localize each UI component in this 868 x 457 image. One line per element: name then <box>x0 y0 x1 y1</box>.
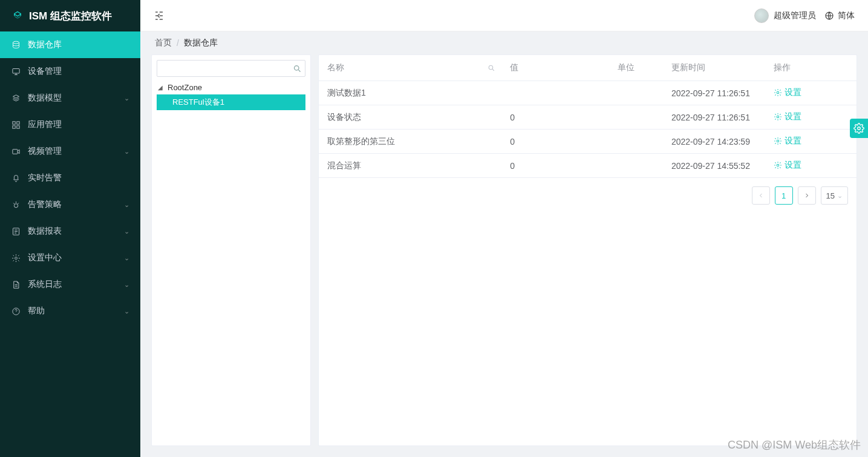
sidebar-item-2[interactable]: 数据模型⌄ <box>0 85 140 111</box>
chevron-down-icon: ⌄ <box>124 201 129 209</box>
col-value: 值 <box>501 55 609 81</box>
chevron-down-icon: ⌄ <box>124 281 129 289</box>
cell-op: 设置 <box>765 130 857 154</box>
cell-name: 设备状态 <box>319 105 501 130</box>
table-panel: 名称 值 单位 更新时间 操作 测试数据12022-09-27 11:26:51… <box>318 54 857 446</box>
lang-label: 简体 <box>838 10 855 21</box>
cell-time: 2022-09-27 14:23:59 <box>663 130 765 154</box>
cell-value: 0 <box>501 130 609 154</box>
logo-icon <box>12 10 23 21</box>
page-prev-button[interactable] <box>752 186 770 205</box>
cell-time: 2022-09-27 14:55:52 <box>663 154 765 178</box>
cell-value <box>501 81 609 105</box>
row-settings-label: 设置 <box>785 87 801 98</box>
sidebar-item-8[interactable]: 设置中心⌄ <box>0 245 140 271</box>
app-icon <box>11 120 21 130</box>
sidebar-item-6[interactable]: 告警策略⌄ <box>0 191 140 218</box>
page-size-select[interactable]: 15 ⌄ <box>821 186 848 205</box>
breadcrumb-current: 数据仓库 <box>184 38 218 48</box>
sidebar-item-label: 数据报表 <box>28 226 62 237</box>
svg-point-17 <box>777 164 779 166</box>
avatar <box>754 8 769 23</box>
col-op: 操作 <box>765 55 857 81</box>
table-row: 设备状态02022-09-27 11:26:51设置 <box>319 105 857 130</box>
tree-root[interactable]: ◢ RootZone <box>157 81 305 94</box>
settings-icon <box>11 253 21 263</box>
sidebar-item-label: 设备管理 <box>28 66 62 77</box>
video-icon <box>11 146 21 156</box>
svg-point-7 <box>14 203 18 207</box>
main: 超级管理员 简体 首页 / 数据仓库 ◢ <box>140 0 868 457</box>
table-row: 混合运算02022-09-27 14:55:52设置 <box>319 154 857 178</box>
row-settings-label: 设置 <box>785 111 801 122</box>
breadcrumb-sep: / <box>177 38 179 48</box>
sidebar-item-label: 系统日志 <box>28 279 62 290</box>
model-icon <box>11 93 21 103</box>
caret-down-icon: ◢ <box>158 84 164 91</box>
breadcrumb-home[interactable]: 首页 <box>155 38 172 48</box>
sidebar-item-10[interactable]: 帮助⌄ <box>0 298 140 324</box>
chevron-down-icon: ⌄ <box>124 148 129 156</box>
sidebar-item-4[interactable]: 视频管理⌄ <box>0 138 140 165</box>
cog-icon <box>774 137 782 145</box>
device-icon <box>11 67 21 76</box>
log-icon <box>11 280 21 289</box>
sidebar-item-3[interactable]: 应用管理 <box>0 111 140 138</box>
svg-rect-1 <box>12 68 19 73</box>
row-settings-button[interactable]: 设置 <box>774 160 801 171</box>
svg-rect-5 <box>16 125 19 128</box>
topbar: 超级管理员 简体 <box>140 0 868 31</box>
database-icon <box>11 40 21 50</box>
svg-point-13 <box>489 65 493 70</box>
sidebar-item-1[interactable]: 设备管理 <box>0 58 140 85</box>
svg-point-18 <box>858 127 861 130</box>
cell-value: 0 <box>501 105 609 130</box>
sidebar-item-label: 数据仓库 <box>28 39 62 50</box>
sidebar-item-0[interactable]: 数据仓库 <box>0 31 140 58</box>
svg-rect-6 <box>12 149 17 154</box>
sidebar-item-label: 视频管理 <box>28 146 62 157</box>
cell-time: 2022-09-27 11:26:51 <box>663 105 765 130</box>
strategy-icon <box>11 200 21 209</box>
chevron-down-icon: ⌄ <box>124 254 129 262</box>
svg-point-9 <box>15 257 17 259</box>
search-icon[interactable] <box>292 64 302 73</box>
brand: ISM 组态监控软件 <box>0 0 140 31</box>
cell-name: 测试数据1 <box>319 81 501 105</box>
language-switch[interactable]: 简体 <box>824 10 855 21</box>
cog-icon <box>774 161 782 169</box>
row-settings-button[interactable]: 设置 <box>774 136 801 146</box>
sidebar-item-7[interactable]: 数据报表⌄ <box>0 218 140 245</box>
table-row: 测试数据12022-09-27 11:26:51设置 <box>319 81 857 105</box>
page-size-label: 15 <box>826 191 835 200</box>
col-time: 更新时间 <box>663 55 765 81</box>
cell-op: 设置 <box>765 81 857 105</box>
svg-rect-3 <box>16 121 19 123</box>
row-settings-label: 设置 <box>785 160 801 171</box>
sidebar-item-9[interactable]: 系统日志⌄ <box>0 271 140 298</box>
row-settings-label: 设置 <box>785 136 801 146</box>
cog-icon <box>774 113 782 121</box>
cell-op: 设置 <box>765 105 857 130</box>
col-name-label: 名称 <box>327 62 344 72</box>
cog-icon <box>774 88 782 97</box>
sidebar-item-5[interactable]: 实时告警 <box>0 165 140 191</box>
sidebar-item-label: 设置中心 <box>28 252 62 263</box>
tree-node-0[interactable]: RESTFul设备1 <box>157 94 305 110</box>
row-settings-button[interactable]: 设置 <box>774 87 801 98</box>
pagination: 1 15 ⌄ <box>319 178 857 205</box>
page-next-button[interactable] <box>798 186 816 205</box>
page-number-current[interactable]: 1 <box>775 186 793 205</box>
user-menu[interactable]: 超级管理员 <box>754 8 816 23</box>
row-settings-button[interactable]: 设置 <box>774 111 801 122</box>
col-unit: 单位 <box>609 55 663 81</box>
tree-search-input[interactable] <box>157 60 305 77</box>
chevron-down-icon: ⌄ <box>124 228 129 235</box>
column-search-icon[interactable] <box>487 64 495 72</box>
tree-node-label: RESTFul设备1 <box>172 97 224 108</box>
sidebar-collapse-button[interactable] <box>154 10 165 21</box>
sidebar-item-label: 应用管理 <box>28 119 62 130</box>
tree: ◢ RootZone RESTFul设备1 <box>157 81 305 110</box>
floating-settings-button[interactable] <box>850 119 868 138</box>
cell-value: 0 <box>501 154 609 178</box>
